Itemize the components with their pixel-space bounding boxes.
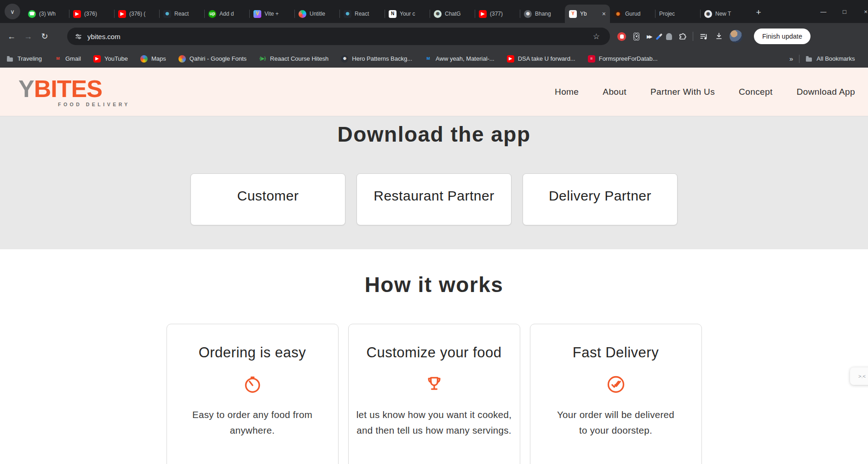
react-devtools-extension-icon[interactable] <box>632 32 641 41</box>
browser-tab[interactable]: ◉ New T <box>700 5 745 23</box>
nav-link[interactable]: Home <box>555 87 579 97</box>
bookmark-label: FormspreeForDatab... <box>599 55 658 62</box>
browser-tab[interactable]: ⊛ React <box>339 5 385 23</box>
bookmark-star-icon[interactable]: ☆ <box>590 31 603 42</box>
bookmarks-bar: Traveling M Gmail ▶ YouTube Maps <box>0 50 868 68</box>
ghost-extension-icon[interactable] <box>666 33 672 40</box>
url-text[interactable]: ybites.com <box>87 33 121 40</box>
profile-avatar[interactable] <box>730 30 742 43</box>
how-card-text: let us know how you want it cooked, and … <box>349 407 520 438</box>
tab-favicon-icon: ⊕ <box>524 10 532 18</box>
nav-link[interactable]: About <box>603 87 627 97</box>
back-button[interactable]: ← <box>4 29 19 44</box>
new-tab-button[interactable]: + <box>752 5 765 19</box>
bookmark-item[interactable]: ▶ DSA take U forward... <box>507 55 575 63</box>
bookmark-label: Traveling <box>17 55 42 62</box>
finish-update-button[interactable]: Finish update <box>754 29 811 44</box>
site-logo[interactable]: YBITES FOOD DELIVERY <box>18 77 130 107</box>
browser-tab[interactable]: ▶ (377) <box>475 5 520 23</box>
tab-favicon-icon: V <box>253 10 261 18</box>
bookmark-label: DSA take U forward... <box>518 55 575 62</box>
download-app-section: Download the app Customer Restaurant Par… <box>0 116 868 249</box>
bookmark-favicon-icon: {▶} <box>259 55 266 63</box>
browser-tab[interactable]: ☎ (3) Wh <box>24 5 69 23</box>
address-bar[interactable]: ybites.com ☆ <box>67 28 610 45</box>
forward-button[interactable]: → <box>20 29 36 44</box>
browser-tab[interactable]: ▶ (376) <box>69 5 114 23</box>
download-app-title: Download the app <box>0 116 868 147</box>
bookmark-item[interactable]: {▶} Reaact Course Hitesh <box>259 55 328 63</box>
toolbar-divider <box>693 32 693 41</box>
browser-tab[interactable]: Untitle <box>294 5 339 23</box>
downloads-icon[interactable] <box>714 32 724 41</box>
extensions-puzzle-icon[interactable] <box>678 32 687 41</box>
tab-favicon-icon: ▶ <box>118 10 126 18</box>
nav-link[interactable]: Download App <box>797 87 855 97</box>
logo-wordmark: YBITES <box>18 77 130 101</box>
download-card[interactable]: Restaurant Partner <box>356 173 512 225</box>
tab-label: React <box>174 11 200 17</box>
window-minimize-button[interactable]: — <box>813 0 834 23</box>
check-circle-icon <box>530 374 701 395</box>
browser-tab[interactable]: N Your c <box>385 5 430 23</box>
tab-label: ChatG <box>445 11 471 17</box>
bookmark-favicon-icon: M <box>54 55 62 63</box>
bookmarks-overflow-area: » All Bookmarks <box>789 50 855 68</box>
browser-tab[interactable]: ◉ Gurud <box>610 5 655 23</box>
bookmark-item[interactable]: M Gmail <box>54 55 81 63</box>
adblock-extension-icon[interactable] <box>617 32 626 41</box>
bookmarks-divider <box>799 55 799 63</box>
bookmark-item[interactable]: ≡ FormspreeForDatab... <box>588 55 658 63</box>
bookmark-item[interactable]: ⊕ Hero Patterns Backg... <box>341 55 412 63</box>
bookmark-favicon-icon <box>140 55 148 63</box>
window-close-button[interactable]: × <box>855 0 868 23</box>
bookmark-item[interactable]: Qahiri - Google Fonts <box>178 55 247 63</box>
how-card-ordering: Ordering is easy Easy to order any food … <box>167 324 339 464</box>
page-content: YBITES FOOD DELIVERY Home About Partner … <box>0 68 868 464</box>
bookmark-item[interactable]: Traveling <box>6 55 42 63</box>
bookmark-favicon-icon <box>178 55 186 63</box>
extensions-row: ▶▶ Finish update <box>617 29 811 44</box>
bookmark-label: Hero Patterns Backg... <box>352 55 412 62</box>
nav-link[interactable]: Partner With Us <box>650 87 715 97</box>
bookmark-favicon-icon <box>6 55 14 63</box>
tab-close-icon[interactable]: × <box>602 11 606 17</box>
tab-label: (376) ( <box>129 11 155 17</box>
tab-search-button[interactable]: ∨ <box>5 4 20 19</box>
how-card-title: Customize your food <box>349 344 520 361</box>
eyedropper-extension-icon[interactable] <box>656 33 662 40</box>
site-settings-icon[interactable] <box>75 33 82 40</box>
bookmark-favicon-icon: ▶ <box>93 55 101 63</box>
site-header: YBITES FOOD DELIVERY Home About Partner … <box>0 68 868 116</box>
browser-tab[interactable]: up Add d <box>204 5 249 23</box>
reload-button[interactable]: ↻ <box>37 29 52 44</box>
tab-label: Projec <box>659 11 696 17</box>
how-card-title: Fast Delivery <box>530 344 701 361</box>
bookmark-item[interactable]: M Aww yeah, Material-... <box>425 55 494 63</box>
fast-forward-extension-icon[interactable]: ▶▶ <box>647 34 652 39</box>
tab-label: (376) <box>84 11 110 17</box>
browser-tab[interactable]: ▶ (376) ( <box>114 5 159 23</box>
tab-favicon-icon: N <box>389 10 397 18</box>
bookmarks-overflow-icon[interactable]: » <box>789 55 793 63</box>
chevron-down-icon: ∨ <box>10 8 15 15</box>
playlist-icon[interactable] <box>699 32 708 41</box>
browser-tab[interactable]: ⊕ Bhang <box>520 5 565 23</box>
how-card-customize: Customize your food let us know how you … <box>348 324 520 464</box>
floating-widget-button[interactable]: >.< <box>850 367 868 385</box>
download-card[interactable]: Customer <box>190 173 345 225</box>
window-restore-button[interactable]: □ <box>834 0 855 23</box>
download-card[interactable]: Delivery Partner <box>523 173 678 225</box>
nav-link[interactable]: Concept <box>739 87 773 97</box>
how-it-works-title: How it works <box>0 249 868 298</box>
bookmark-favicon-icon: ⊕ <box>341 55 348 63</box>
all-bookmarks-button[interactable]: All Bookmarks <box>805 55 855 63</box>
browser-tab[interactable]: ⊛ React <box>159 5 204 23</box>
browser-tab[interactable]: V Vite + <box>249 5 294 23</box>
browser-tab[interactable]: Y Yb × <box>565 5 610 23</box>
browser-tab[interactable]: ⊛ ChatG <box>430 5 475 23</box>
browser-tab[interactable]: Projec <box>655 5 700 23</box>
folder-icon <box>805 55 813 63</box>
bookmark-item[interactable]: Maps <box>140 55 166 63</box>
bookmark-item[interactable]: ▶ YouTube <box>93 55 128 63</box>
